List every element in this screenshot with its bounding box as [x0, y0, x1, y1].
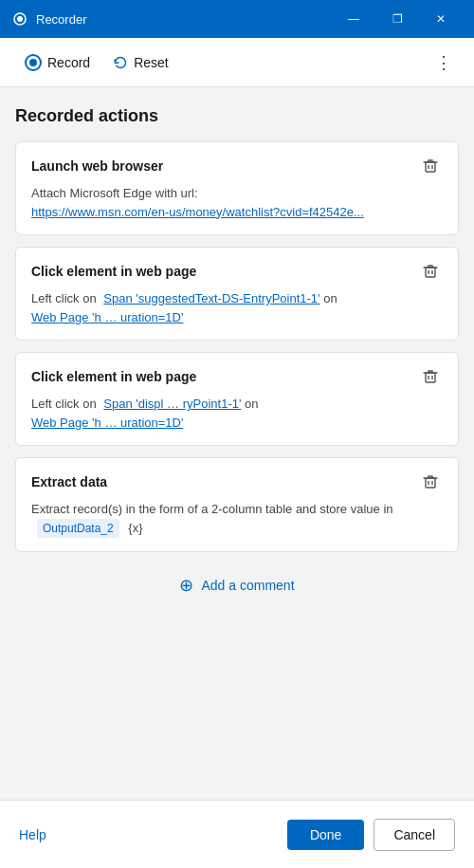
- svg-point-1: [17, 16, 23, 22]
- action-card-1: Launch web browser Attach Microsoft Edge…: [15, 141, 459, 235]
- card-body-2: Left click on Span 'suggestedText-DS-Ent…: [31, 289, 443, 326]
- card-body-1: Attach Microsoft Edge with url: https://…: [31, 184, 443, 221]
- trash-icon: [422, 263, 439, 280]
- action-card-2: Click element in web page Left click on …: [15, 247, 459, 341]
- done-button[interactable]: Done: [287, 820, 364, 850]
- minimize-button[interactable]: —: [332, 0, 375, 38]
- card-body-suffix-3: on: [245, 397, 258, 411]
- more-options-button[interactable]: ⋮: [428, 47, 459, 78]
- record-label: Record: [47, 55, 90, 70]
- app-icon: [11, 10, 28, 28]
- svg-rect-5: [426, 268, 435, 277]
- svg-rect-11: [426, 478, 435, 488]
- card-element-link-3[interactable]: Span 'displ … ryPoint1-1': [103, 397, 241, 411]
- card-title-1: Launch web browser: [31, 158, 163, 174]
- trash-icon: [422, 157, 439, 175]
- add-comment-icon: ⊕: [179, 575, 193, 596]
- card-header-4: Extract data: [31, 471, 443, 492]
- footer: Help Done Cancel: [0, 800, 474, 868]
- card-title-3: Click element in web page: [31, 369, 196, 384]
- main-content: Recorded actions Launch web browser Atta…: [0, 87, 474, 800]
- card-body-prefix-2: Left click on: [31, 291, 97, 305]
- card-header-1: Launch web browser: [31, 156, 443, 176]
- record-button[interactable]: Record: [15, 48, 100, 77]
- delete-action-4-button[interactable]: [418, 471, 443, 492]
- title-bar: Recorder — ❐ ✕: [0, 0, 474, 38]
- trash-icon: [422, 368, 439, 385]
- reset-icon: [113, 55, 128, 70]
- delete-action-1-button[interactable]: [418, 156, 443, 176]
- card-body-suffix-2: on: [323, 291, 337, 305]
- toolbar: Record Reset ⋮: [0, 38, 474, 87]
- section-title: Recorded actions: [15, 106, 459, 126]
- card-url-link-1[interactable]: https://www.msn.com/en-us/money/watchlis…: [31, 205, 364, 219]
- window-title: Recorder: [36, 12, 332, 27]
- card-title-2: Click element in web page: [31, 264, 196, 279]
- action-card-4: Extract data Extract record(s) in the fo…: [15, 457, 459, 552]
- card-page-link-3[interactable]: Web Page 'h … uration=1D': [31, 416, 183, 430]
- card-element-link-2[interactable]: Span 'suggestedText-DS-EntryPoint1-1': [103, 291, 319, 305]
- restore-button[interactable]: ❐: [375, 0, 419, 38]
- variable-suffix: {x}: [128, 521, 142, 535]
- svg-rect-8: [426, 373, 435, 382]
- trash-icon: [422, 473, 439, 490]
- card-body-prefix-4: Extract record(s) in the form of a 2-col…: [31, 502, 393, 516]
- delete-action-2-button[interactable]: [418, 261, 443, 282]
- window-controls: — ❐ ✕: [332, 0, 463, 38]
- cancel-button[interactable]: Cancel: [374, 819, 455, 851]
- card-title-4: Extract data: [31, 474, 107, 489]
- variable-tag: OutputData_2: [37, 519, 119, 538]
- add-comment-label: Add a comment: [201, 578, 294, 593]
- close-button[interactable]: ✕: [419, 0, 463, 38]
- action-card-3: Click element in web page Left click on …: [15, 352, 459, 446]
- card-body-prefix-3: Left click on: [31, 397, 97, 411]
- delete-action-3-button[interactable]: [418, 366, 443, 387]
- add-comment-button[interactable]: ⊕ Add a comment: [15, 563, 459, 607]
- svg-rect-2: [426, 162, 435, 172]
- card-header-2: Click element in web page: [31, 261, 443, 282]
- card-body-prefix-1: Attach Microsoft Edge with url:: [31, 186, 198, 200]
- reset-label: Reset: [134, 55, 169, 70]
- card-body-3: Left click on Span 'displ … ryPoint1-1' …: [31, 395, 443, 432]
- card-header-3: Click element in web page: [31, 366, 443, 387]
- card-body-4: Extract record(s) in the form of a 2-col…: [31, 500, 443, 538]
- help-link[interactable]: Help: [19, 827, 46, 842]
- record-dot-icon: [25, 54, 42, 71]
- card-page-link-2[interactable]: Web Page 'h … uration=1D': [31, 310, 183, 324]
- reset-button[interactable]: Reset: [103, 49, 178, 76]
